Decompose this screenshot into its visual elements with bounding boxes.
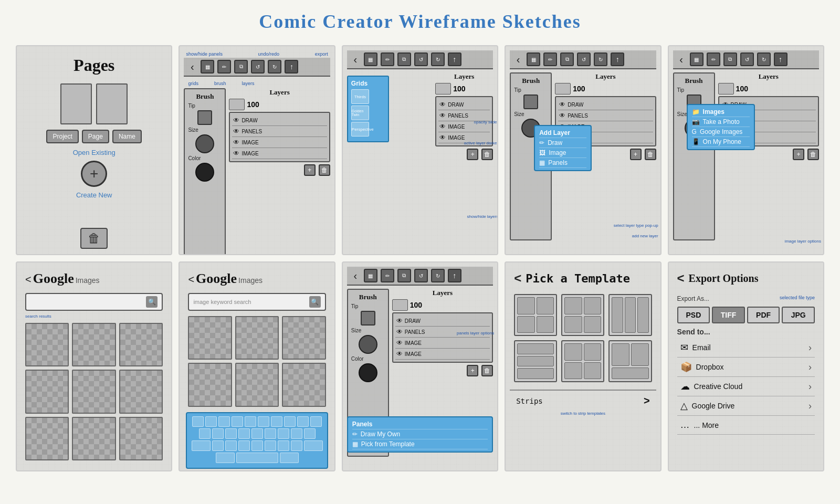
color-selector[interactable]	[195, 163, 214, 182]
img-result-7[interactable]	[25, 417, 69, 460]
delete-layer-button[interactable]: 🗑	[319, 164, 330, 176]
layers-icon-8[interactable]: ⧉	[397, 269, 411, 282]
create-new-button[interactable]: +	[81, 161, 107, 187]
brush-icon-8[interactable]: ✏	[381, 269, 394, 282]
send-dropbox-row[interactable]: 📦 Dropbox ›	[677, 358, 815, 377]
template-4[interactable]	[514, 340, 557, 382]
img-result-6[interactable]	[119, 370, 163, 413]
eye-d8[interactable]: 👁	[396, 317, 403, 324]
img-result-2[interactable]	[72, 323, 116, 366]
undo-icon-4[interactable]: ↺	[577, 52, 591, 66]
kb-f[interactable]	[238, 428, 250, 439]
color-circle-8[interactable]	[359, 363, 377, 382]
brush-tip-8[interactable]	[361, 311, 375, 326]
img-result-1[interactable]	[25, 323, 69, 366]
popup-draw-my-own[interactable]: ✏ Draw My Own	[352, 429, 488, 439]
popup-google-images[interactable]: G Google Images	[692, 127, 750, 137]
img-r7-5[interactable]	[235, 363, 279, 406]
format-pdf[interactable]: PDF	[747, 307, 780, 323]
format-jpg[interactable]: JPG	[782, 307, 815, 323]
grid-icon-3[interactable]: ▦	[364, 52, 377, 66]
grid-icon-5[interactable]: ▦	[690, 52, 704, 66]
redo-icon-4[interactable]: ↻	[594, 52, 607, 66]
add-layer-btn-3[interactable]: +	[467, 149, 478, 160]
grid-icon-8[interactable]: ▦	[364, 269, 377, 282]
kb-x[interactable]	[225, 440, 237, 451]
img-r7-2[interactable]	[235, 316, 279, 360]
redo-icon-8[interactable]: ↻	[431, 269, 445, 282]
name-button[interactable]: Name	[112, 130, 142, 143]
img-result-8[interactable]	[72, 417, 116, 460]
kb-m[interactable]	[291, 440, 302, 451]
add-layer-btn-4[interactable]: +	[630, 149, 642, 160]
brush-icon[interactable]: ✏	[217, 60, 231, 74]
size-circle-8[interactable]	[359, 335, 377, 354]
img-result-9[interactable]	[119, 417, 163, 460]
kb-d[interactable]	[225, 428, 237, 439]
img-result-4[interactable]	[25, 370, 69, 413]
search-bar-7[interactable]: image keyword search 🔍	[188, 293, 326, 311]
brush-icon-5[interactable]: ✏	[707, 52, 720, 66]
eye-panels-3[interactable]: 👁	[439, 112, 446, 119]
kb-return[interactable]	[280, 453, 299, 463]
img-result-5[interactable]	[72, 370, 116, 413]
layers-icon[interactable]: ⧉	[234, 60, 248, 74]
export-icon-3[interactable]: ↑	[448, 52, 461, 66]
popup-image[interactable]: 🖼 Image	[539, 148, 586, 158]
send-email-row[interactable]: ✉ Email ›	[677, 338, 815, 358]
img-r7-1[interactable]	[188, 316, 232, 360]
kb-j[interactable]	[278, 428, 289, 439]
kb-k[interactable]	[291, 428, 302, 439]
brush-icon-3[interactable]: ✏	[381, 52, 394, 66]
eye-image1-3[interactable]: 👁	[439, 123, 446, 130]
eye-i8a[interactable]: 👁	[396, 339, 403, 346]
undo-icon-8[interactable]: ↺	[414, 269, 428, 282]
page-button[interactable]: Page	[82, 130, 109, 143]
undo-icon-3[interactable]: ↺	[414, 52, 428, 66]
popup-draw[interactable]: ✏ Draw	[539, 138, 586, 148]
add-layer-btn-5[interactable]: +	[793, 149, 804, 160]
template-3[interactable]	[608, 294, 652, 336]
kb-h[interactable]	[265, 428, 276, 439]
popup-images[interactable]: 📁 Images	[692, 107, 750, 117]
eye-draw-3[interactable]: 👁	[439, 101, 446, 108]
layers-icon-3[interactable]: ⧉	[397, 52, 411, 66]
img-r7-6[interactable]	[282, 363, 326, 406]
kb-shift[interactable]	[192, 440, 211, 451]
size-selector[interactable]	[195, 134, 214, 153]
img-r7-3[interactable]	[282, 316, 326, 360]
back-button-6[interactable]: <	[25, 274, 32, 286]
redo-icon-3[interactable]: ↻	[431, 52, 445, 66]
back-icon-3[interactable]: ‹	[350, 52, 361, 66]
kb-a[interactable]	[199, 428, 211, 439]
back-icon-5[interactable]: ‹	[676, 52, 687, 66]
format-tiff[interactable]: TIFF	[712, 307, 745, 323]
trash-icon[interactable]: 🗑	[80, 228, 108, 249]
kb-g[interactable]	[251, 428, 263, 439]
del-layer-btn-5[interactable]: 🗑	[807, 149, 819, 160]
eye-p8[interactable]: 👁	[396, 328, 403, 335]
redo-icon-5[interactable]: ↻	[757, 52, 771, 66]
kb-i[interactable]	[284, 416, 296, 427]
kb-z[interactable]	[212, 440, 224, 451]
eye-icon-panels[interactable]: 👁	[233, 128, 239, 135]
brush-icon-4[interactable]: ✏	[543, 52, 557, 66]
eye-icon-draw[interactable]: 👁	[233, 117, 239, 124]
back-icon[interactable]: ‹	[187, 60, 197, 74]
back-button-10[interactable]: <	[677, 271, 685, 286]
template-1[interactable]	[514, 294, 557, 336]
search-icon-7[interactable]: 🔍	[309, 296, 321, 308]
grid-icon[interactable]: ▦	[201, 60, 214, 74]
kb-l[interactable]	[304, 428, 316, 439]
popup-add-layer[interactable]: Add Layer	[539, 128, 586, 138]
kb-q[interactable]	[192, 416, 204, 427]
popup-panels[interactable]: ▦ Panels	[539, 158, 586, 168]
img-r7-4[interactable]	[188, 363, 232, 406]
back-button-9[interactable]: <	[514, 271, 521, 286]
kb-t[interactable]	[245, 416, 256, 427]
template-2[interactable]	[561, 294, 604, 336]
back-icon-8[interactable]: ‹	[350, 269, 361, 282]
undo-icon-5[interactable]: ↺	[740, 52, 754, 66]
back-icon-4[interactable]: ‹	[513, 52, 523, 66]
eye-d4[interactable]: 👁	[559, 101, 565, 108]
